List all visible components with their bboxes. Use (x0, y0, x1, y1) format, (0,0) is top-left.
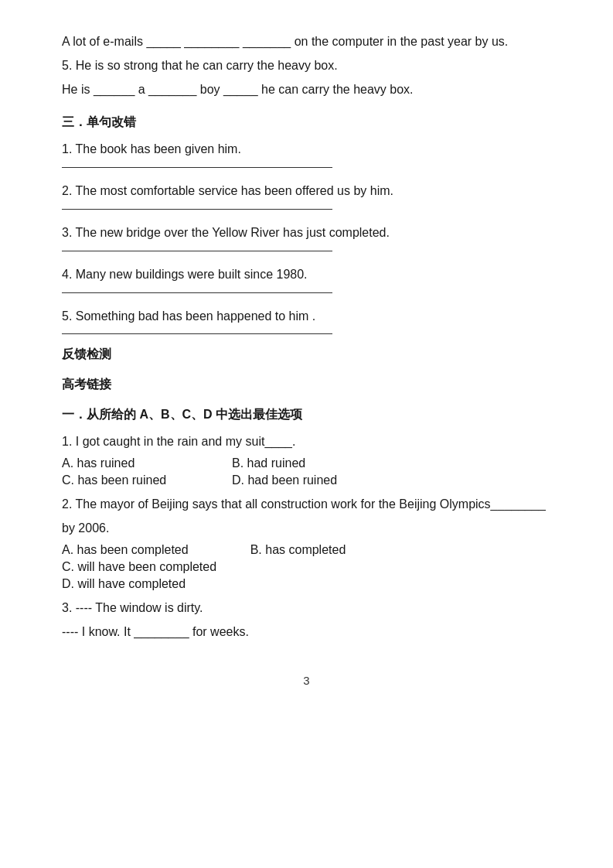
question-3-text2: ---- I know. It ________ for weeks. (62, 621, 551, 644)
sentence-4: 4. Many new buildings were built since 1… (62, 264, 551, 293)
intro-line-2: 5. He is so strong that he can carry the… (62, 55, 551, 77)
question-1-options: A. has ruined B. had ruined (62, 456, 551, 470)
underline-1 (62, 167, 332, 168)
option-c1: C. has been ruined (62, 473, 170, 487)
question-3-text1: 3. ---- The window is dirty. (62, 597, 551, 620)
option-b2: B. has completed (250, 543, 359, 557)
option-c2: C. will have been completed (62, 560, 216, 574)
question-2-options-2: C. will have been completed (62, 560, 551, 574)
question-1-options-2: C. has been ruined D. had been ruined (62, 473, 551, 487)
question-2-text2: by 2006. (62, 518, 551, 540)
underline-4 (62, 292, 332, 293)
question-2-options-1: A. has been completed B. has completed (62, 543, 551, 557)
question-2-options-3: D. will have completed (62, 577, 551, 591)
underline-2 (62, 209, 332, 210)
intro-line-1: A lot of e-mails _____ ________ _______ … (62, 31, 551, 53)
sentence-2: 2. The most comfortable service has been… (62, 180, 551, 210)
option-d2: D. will have completed (62, 577, 186, 591)
underline-3 (62, 251, 332, 251)
question-2: 2. The mayor of Beijing says that all co… (62, 494, 551, 591)
sentence-3: 3. The new bridge over the Yellow River … (62, 222, 551, 251)
gaokao-title: 高考链接 (62, 377, 551, 393)
sentence-1: 1. The book has been given him. (62, 138, 551, 168)
question-2-text: 2. The mayor of Beijing says that all co… (62, 494, 551, 516)
question-3: 3. ---- The window is dirty. ---- I know… (62, 597, 551, 644)
section1-title: 一．从所给的 A、B、C、D 中选出最佳选项 (62, 407, 551, 423)
question-1: 1. I got caught in the rain and my suit_… (62, 431, 551, 487)
option-b1: B. had ruined (232, 456, 340, 470)
question-1-text: 1. I got caught in the rain and my suit_… (62, 431, 551, 453)
underline-5 (62, 333, 332, 334)
section3-title: 三．单句改错 (62, 114, 551, 131)
page-number: 3 (62, 674, 551, 687)
option-d1: D. had been ruined (232, 473, 340, 487)
feedback-title: 反馈检测 (62, 347, 551, 363)
option-a2: A. has been completed (62, 543, 189, 557)
sentence-5: 5. Something bad has been happened to hi… (62, 306, 551, 335)
option-a1: A. has ruined (62, 456, 170, 470)
intro-line-3: He is ______ a _______ boy _____ he can … (62, 79, 551, 101)
